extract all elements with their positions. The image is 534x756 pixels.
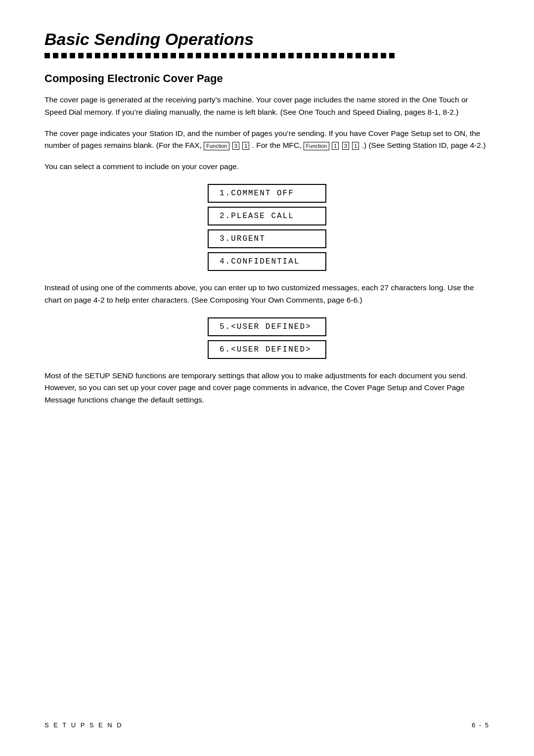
page-title: Basic Sending Operations xyxy=(44,30,490,49)
dot-41 xyxy=(381,53,386,58)
key-1a-mfc: 1 xyxy=(332,142,339,150)
lcd-box-1: 1.COMMENT OFF xyxy=(208,184,326,203)
dot-10 xyxy=(120,53,126,58)
dot-39 xyxy=(364,53,369,58)
dot-35 xyxy=(330,53,336,58)
dot-2 xyxy=(53,53,58,58)
dot-9 xyxy=(112,53,117,58)
dot-14 xyxy=(154,53,159,58)
function-key-mfc: Function xyxy=(304,142,329,150)
section-title: Composing Electronic Cover Page xyxy=(44,72,490,85)
dot-20 xyxy=(204,53,210,58)
dot-25 xyxy=(246,53,252,58)
para2-text-post: .) (See Setting Station ID, page 4-2.) xyxy=(362,141,486,149)
dot-4 xyxy=(70,53,75,58)
dot-8 xyxy=(103,53,109,58)
dot-37 xyxy=(347,53,353,58)
dot-22 xyxy=(221,53,226,58)
dot-1 xyxy=(44,53,50,58)
dot-29 xyxy=(280,53,285,58)
dot-36 xyxy=(339,53,344,58)
dot-11 xyxy=(129,53,134,58)
key-1b-mfc: 1 xyxy=(352,142,359,150)
paragraph-1: The cover page is generated at the recei… xyxy=(44,94,490,119)
paragraph-3: You can select a comment to include on y… xyxy=(44,161,490,173)
lcd-box-3: 3.URGENT xyxy=(208,229,326,248)
lcd-box-4: 4.CONFIDENTIAL xyxy=(208,252,326,271)
footer: S E T U P S E N D 6 - 5 xyxy=(44,721,490,729)
lcd-label-2: 2.PLEASE CALL xyxy=(220,212,294,221)
function-key-fax: Function xyxy=(204,142,229,150)
page: Basic Sending Operations xyxy=(0,0,534,756)
dot-33 xyxy=(313,53,319,58)
lcd-box-6: 6.<USER DEFINED> xyxy=(208,340,326,359)
dot-27 xyxy=(263,53,268,58)
dot-3 xyxy=(61,53,67,58)
paragraph-5: Most of the SETUP SEND functions are tem… xyxy=(44,370,490,406)
key-3-mfc: 3 xyxy=(342,142,349,150)
footer-right: 6 - 5 xyxy=(472,721,490,729)
key-3-fax: 3 xyxy=(232,142,239,150)
dot-32 xyxy=(305,53,311,58)
dot-13 xyxy=(145,53,151,58)
dot-23 xyxy=(229,53,235,58)
dot-18 xyxy=(187,53,193,58)
lcd-label-6: 6.<USER DEFINED> xyxy=(220,345,312,354)
dot-42 xyxy=(389,53,395,58)
dot-24 xyxy=(238,53,243,58)
dot-28 xyxy=(271,53,277,58)
dot-12 xyxy=(137,53,142,58)
dot-38 xyxy=(356,53,361,58)
lcd-box-2: 2.PLEASE CALL xyxy=(208,207,326,225)
dot-31 xyxy=(297,53,302,58)
dot-26 xyxy=(255,53,260,58)
dot-6 xyxy=(87,53,92,58)
dot-5 xyxy=(78,53,84,58)
dot-30 xyxy=(288,53,294,58)
header-dots-row xyxy=(44,53,490,58)
lcd-label-1: 1.COMMENT OFF xyxy=(220,189,294,198)
lcd-label-5: 5.<USER DEFINED> xyxy=(220,322,312,331)
dot-15 xyxy=(162,53,168,58)
paragraph-2: The cover page indicates your Station ID… xyxy=(44,128,490,152)
paragraph-4: Instead of using one of the comments abo… xyxy=(44,282,490,307)
lcd-box-5: 5.<USER DEFINED> xyxy=(208,317,326,336)
key-1-fax: 1 xyxy=(242,142,249,150)
dot-40 xyxy=(372,53,378,58)
lcd-label-4: 4.CONFIDENTIAL xyxy=(220,257,300,266)
lcd-label-3: 3.URGENT xyxy=(220,234,266,243)
footer-left: S E T U P S E N D xyxy=(44,721,123,729)
lcd-boxes-top: 1.COMMENT OFF 2.PLEASE CALL 3.URGENT 4.C… xyxy=(44,184,490,271)
dot-21 xyxy=(213,53,218,58)
para2-text-mid: . For the MFC, xyxy=(252,141,302,149)
dot-19 xyxy=(196,53,201,58)
dot-17 xyxy=(179,53,184,58)
dot-16 xyxy=(171,53,176,58)
dot-7 xyxy=(95,53,100,58)
lcd-boxes-bottom: 5.<USER DEFINED> 6.<USER DEFINED> xyxy=(44,317,490,359)
dot-34 xyxy=(322,53,327,58)
